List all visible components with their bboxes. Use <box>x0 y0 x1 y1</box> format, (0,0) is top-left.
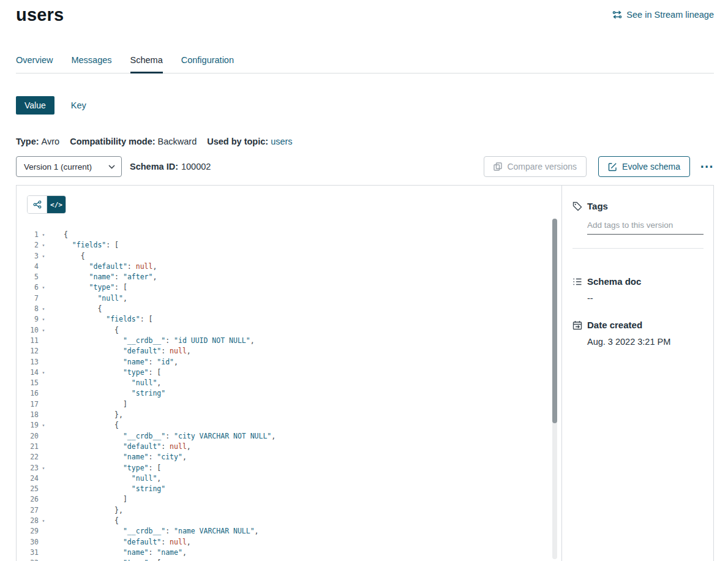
line-number: 15 <box>17 378 39 388</box>
code-line: 20 "__crdb__": "city VARCHAR NOT NULL", <box>17 431 561 442</box>
tab-configuration[interactable]: Configuration <box>181 55 234 73</box>
code-text: "default": null, <box>48 442 191 452</box>
code-scrollbar-thumb[interactable] <box>552 219 557 423</box>
code-line: 28▾ { <box>17 516 561 526</box>
code-text: "type": [ <box>48 367 161 378</box>
code-text: ] <box>48 399 127 410</box>
code-text: }, <box>48 505 123 516</box>
code-scrollbar[interactable] <box>552 219 557 559</box>
code-line: 21 "default": null, <box>17 442 561 452</box>
tree-view-button[interactable] <box>28 196 47 213</box>
code-text: "__crdb__": "id UUID NOT NULL", <box>48 336 255 346</box>
code-text: "null", <box>48 473 161 484</box>
collapse-arrow-icon[interactable]: ▾ <box>39 367 48 378</box>
collapse-spacer <box>39 494 48 505</box>
schema-id-group: Schema ID:100002 <box>130 162 211 171</box>
collapse-arrow-icon[interactable]: ▾ <box>39 420 48 431</box>
line-number: 1 <box>17 230 39 240</box>
tags-section-title: Tags <box>587 201 608 211</box>
code-text: { <box>48 325 119 336</box>
schema-meta-row: Type:Avro Compatibility mode:Backward Us… <box>16 137 714 146</box>
compare-icon <box>493 162 502 171</box>
line-number: 6 <box>17 282 39 293</box>
line-number: 29 <box>17 526 39 537</box>
code-text: { <box>48 516 119 526</box>
code-text: "fields": [ <box>48 240 119 250</box>
collapse-arrow-icon[interactable]: ▾ <box>39 282 48 293</box>
code-text: "name": "after", <box>48 272 157 282</box>
line-number: 27 <box>17 505 39 516</box>
code-text: "type": [ <box>48 282 127 293</box>
tab-schema[interactable]: Schema <box>130 55 163 73</box>
code-text: "name": "id", <box>48 357 178 367</box>
date-created-header: Date created <box>572 320 704 330</box>
collapse-spacer <box>39 442 48 452</box>
collapse-arrow-icon[interactable]: ▾ <box>39 304 48 314</box>
tab-overview[interactable]: Overview <box>16 55 53 73</box>
code-text: ] <box>48 494 127 505</box>
code-text: "null", <box>48 293 127 304</box>
more-options-button[interactable]: ⋯ <box>700 160 714 173</box>
collapse-arrow-icon[interactable]: ▾ <box>39 516 48 526</box>
line-number: 9 <box>17 314 39 325</box>
code-text: }, <box>48 410 123 420</box>
line-number: 14 <box>17 367 39 378</box>
compare-versions-label: Compare versions <box>507 162 577 171</box>
collapse-spacer <box>39 505 48 516</box>
code-view-button[interactable]: </> <box>47 196 66 213</box>
code-line: 15 "null", <box>17 378 561 388</box>
value-toggle-button[interactable]: Value <box>16 96 54 115</box>
code-line: 22 "name": "city", <box>17 452 561 462</box>
lineage-link-label: See in Stream lineage <box>626 10 714 20</box>
topic-link[interactable]: users <box>271 137 292 146</box>
line-number: 31 <box>17 548 39 558</box>
collapse-arrow-icon[interactable]: ▾ <box>39 240 48 250</box>
line-number: 26 <box>17 494 39 505</box>
code-line: 3▾ { <box>17 251 561 262</box>
line-number: 12 <box>17 346 39 356</box>
code-line: 8▾ { <box>17 304 561 314</box>
schema-id-value: 100002 <box>181 162 211 171</box>
collapse-spacer <box>39 410 48 420</box>
collapse-spacer <box>39 537 48 548</box>
code-line: 19▾ { <box>17 420 561 431</box>
key-toggle-button[interactable]: Key <box>71 100 86 110</box>
code-text: "null", <box>48 378 161 388</box>
compare-versions-button[interactable]: Compare versions <box>484 156 587 177</box>
code-line: 4 "default": null, <box>17 262 561 272</box>
collapse-spacer <box>39 484 48 494</box>
sidebar-divider <box>572 248 704 249</box>
collapse-arrow-icon[interactable]: ▾ <box>39 463 48 473</box>
collapse-arrow-icon[interactable]: ▾ <box>39 314 48 325</box>
collapse-spacer <box>39 526 48 537</box>
line-number: 25 <box>17 484 39 494</box>
page-title: users <box>16 5 64 25</box>
collapse-spacer <box>39 473 48 484</box>
evolve-schema-button[interactable]: Evolve schema <box>598 156 690 177</box>
tab-messages[interactable]: Messages <box>71 55 111 73</box>
line-number: 21 <box>17 442 39 452</box>
collapse-spacer <box>39 378 48 388</box>
code-line: 7 "null", <box>17 293 561 304</box>
code-line: 12 "default": null, <box>17 346 561 356</box>
tag-icon <box>572 201 582 211</box>
collapse-spacer <box>39 272 48 282</box>
collapse-arrow-icon[interactable]: ▾ <box>39 325 48 336</box>
code-lines: 1▾{2▾ "fields": [3▾ {4 "default": null,5… <box>17 230 561 561</box>
schema-doc-title: Schema doc <box>587 276 641 287</box>
collapse-spacer <box>39 399 48 410</box>
type-value: Avro <box>42 137 60 146</box>
collapse-arrow-icon[interactable]: ▾ <box>39 230 48 240</box>
collapse-arrow-icon[interactable]: ▾ <box>39 558 48 561</box>
line-number: 22 <box>17 452 39 462</box>
evolve-schema-label: Evolve schema <box>622 162 680 171</box>
version-select[interactable]: Version 1 (current) <box>16 156 122 177</box>
line-number: 8 <box>17 304 39 314</box>
page: users See in Stream lineage OverviewMess… <box>0 0 728 561</box>
collapse-arrow-icon[interactable]: ▾ <box>39 251 48 262</box>
tags-input[interactable] <box>587 219 704 235</box>
schema-code-panel: </> 1▾{2▾ "fields": [3▾ {4 "default": nu… <box>17 186 562 561</box>
code-text: "string" <box>48 484 165 494</box>
stream-lineage-link[interactable]: See in Stream lineage <box>612 10 714 20</box>
code-text: "__crdb__": "city VARCHAR NOT NULL", <box>48 431 276 442</box>
